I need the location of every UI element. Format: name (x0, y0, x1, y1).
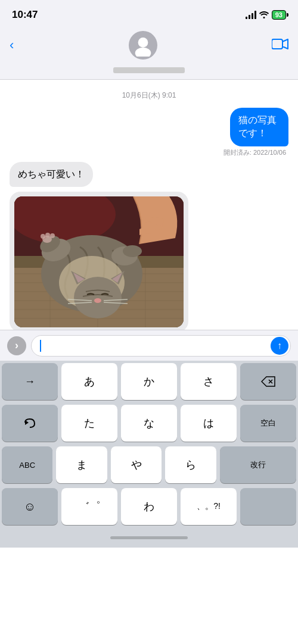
expand-button[interactable]: › (7, 336, 26, 355)
keyboard-row-1: → あ か さ (0, 361, 298, 402)
status-bar: 10:47 93 (0, 0, 298, 26)
key-na-label: な (144, 416, 154, 430)
message-row: めちゃ可愛い！ (10, 162, 288, 187)
outgoing-bubble[interactable]: 猫の写真です！ (230, 108, 288, 146)
key-punct-label: 、。?! (197, 501, 221, 512)
date-header: 10月6日(木) 9:01 (10, 90, 288, 101)
keyboard: → あ か さ た な (0, 361, 298, 527)
image-message-row (10, 192, 288, 330)
video-call-button[interactable] (272, 37, 288, 54)
svg-marker-39 (25, 420, 29, 425)
key-dakuten[interactable]: ゛゜ (61, 488, 117, 525)
key-ha[interactable]: は (181, 405, 237, 442)
back-chevron-icon: ‹ (10, 39, 14, 52)
key-ta[interactable]: た (61, 405, 117, 442)
key-ya[interactable]: や (111, 446, 162, 483)
contact-name (113, 67, 185, 73)
key-abc[interactable]: ABC (2, 446, 52, 483)
home-indicator (0, 527, 298, 548)
input-area: › ↑ (0, 330, 298, 361)
svg-point-0 (138, 37, 148, 48)
battery-icon: 93 (272, 10, 286, 20)
nav-center (129, 31, 157, 60)
key-wa-label: わ (144, 499, 154, 514)
message-row: 猫の写真です！ 開封済み: 2022/10/06 (10, 108, 288, 157)
key-enter-label: 改行 (250, 459, 266, 470)
send-button[interactable]: ↑ (271, 337, 288, 355)
key-space-label: 空白 (260, 418, 276, 429)
incoming-bubble[interactable]: めちゃ可愛い！ (10, 162, 93, 187)
key-a-label: あ (84, 374, 95, 389)
nav-bar: ‹ (0, 26, 298, 80)
keyboard-row-4: ☺ ゛゜ わ 、。?! (0, 486, 298, 527)
nav-top: ‹ (10, 31, 288, 60)
backspace-key[interactable] (240, 363, 296, 400)
key-undo[interactable] (2, 405, 58, 442)
key-arrow[interactable]: → (2, 363, 58, 400)
key-ya-label: や (131, 458, 142, 472)
key-ma-label: ま (76, 458, 87, 472)
key-ha-label: は (203, 416, 214, 430)
key-emoji[interactable]: ☺ (2, 488, 58, 525)
key-ka-label: か (144, 374, 154, 389)
avatar-icon (132, 34, 154, 57)
signal-icon (246, 11, 256, 19)
key-dakuten-label: ゛゜ (79, 499, 100, 514)
emoji-icon: ☺ (24, 500, 36, 514)
svg-point-28 (94, 298, 101, 303)
svg-point-1 (135, 48, 151, 57)
key-arrow-label: → (24, 376, 35, 388)
key-na[interactable]: な (121, 405, 177, 442)
key-a[interactable]: あ (61, 363, 117, 400)
key-placeholder (240, 488, 296, 525)
cursor (40, 340, 41, 352)
key-ra[interactable]: ら (165, 446, 216, 483)
backspace-icon (261, 376, 275, 387)
keyboard-row-2: た な は 空白 (0, 402, 298, 444)
key-ma[interactable]: ま (56, 446, 107, 483)
message-input[interactable] (31, 335, 291, 357)
send-icon: ↑ (277, 340, 282, 351)
outgoing-wrapper: 猫の写真です！ 開封済み: 2022/10/06 (205, 108, 288, 157)
svg-marker-3 (283, 39, 288, 49)
svg-point-22 (41, 234, 45, 239)
svg-point-23 (45, 233, 50, 237)
key-ka[interactable]: か (121, 363, 177, 400)
avatar[interactable] (129, 31, 157, 60)
key-sa-label: さ (203, 374, 214, 389)
home-bar (110, 536, 188, 539)
expand-icon: › (15, 339, 18, 352)
key-wa[interactable]: わ (121, 488, 177, 525)
key-sa[interactable]: さ (181, 363, 237, 400)
wifi-icon (259, 10, 269, 20)
key-ra-label: ら (185, 458, 196, 472)
undo-icon (24, 418, 36, 429)
chat-area: 10月6日(木) 9:01 猫の写真です！ 開封済み: 2022/10/06 め… (0, 80, 298, 330)
key-punct[interactable]: 、。?! (181, 488, 237, 525)
svg-rect-2 (272, 39, 283, 49)
cat-image[interactable] (14, 196, 184, 327)
key-ta-label: た (84, 416, 95, 430)
key-abc-label: ABC (19, 461, 35, 470)
key-space[interactable]: 空白 (240, 405, 296, 442)
svg-point-24 (50, 233, 55, 238)
input-wrapper: ↑ (31, 335, 291, 357)
message-meta: 開封済み: 2022/10/06 (224, 148, 286, 157)
status-time: 10:47 (12, 9, 38, 21)
keyboard-row-3: ABC ま や ら 改行 (0, 444, 298, 486)
image-bubble[interactable] (10, 192, 188, 330)
svg-point-27 (74, 277, 122, 318)
key-enter[interactable]: 改行 (220, 446, 296, 483)
cat-photo-svg (14, 196, 184, 327)
svg-point-26 (123, 245, 142, 257)
back-button[interactable]: ‹ (10, 39, 14, 52)
status-icons: 93 (246, 10, 286, 20)
